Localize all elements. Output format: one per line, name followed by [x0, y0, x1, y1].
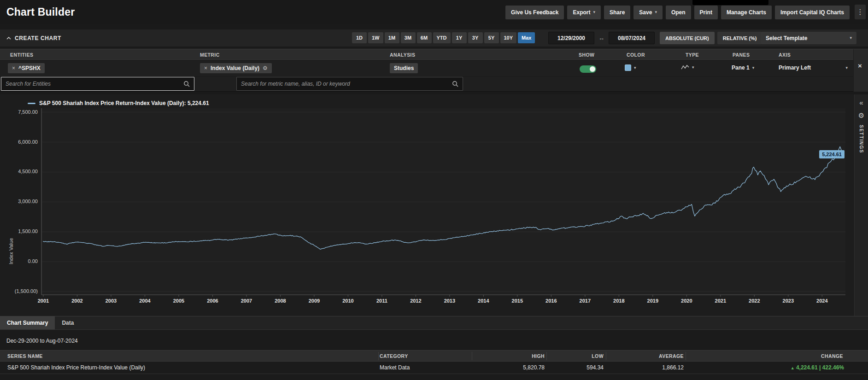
summary-date-range: Dec-29-2000 to Aug-07-2024	[6, 338, 78, 344]
header-actions: Give Us FeedbackExport▾ShareSave▾OpenPri…	[505, 6, 850, 19]
action-print[interactable]: Print	[694, 6, 718, 19]
range-ytd[interactable]: YTD	[433, 32, 451, 43]
x-tick-label: 2008	[269, 298, 292, 304]
settings-gear-icon[interactable]: ⚙	[858, 112, 864, 119]
x-tick-label: 2001	[32, 298, 55, 304]
show-toggle[interactable]	[580, 65, 596, 73]
column-header-metric: METRIC	[200, 52, 220, 58]
action-give-us-feedback[interactable]: Give Us Feedback	[505, 6, 564, 19]
x-tick-label: 2010	[336, 298, 359, 304]
series-color-control[interactable]: ▾	[625, 64, 636, 71]
absolute-mode-button[interactable]: ABSOLUTE (CUR)	[660, 32, 715, 44]
summary-col-low: LOW	[592, 353, 604, 359]
caret-down-icon: ▾	[655, 10, 657, 14]
caret-down-icon: ▾	[593, 10, 595, 14]
chevron-up-icon	[6, 37, 11, 40]
create-chart-bar: CREATE CHART 1D1W1M3M6MYTD1Y3Y5Y10YMax ↔…	[0, 29, 868, 47]
range-1d[interactable]: 1D	[352, 32, 367, 43]
column-header-color: COLOR	[627, 52, 645, 58]
metric-search-box	[236, 77, 463, 91]
axis-selector-label: Primary Left	[779, 64, 811, 71]
studies-button[interactable]: Studies	[390, 63, 418, 73]
range-10y[interactable]: 10Y	[500, 32, 517, 43]
cell-low: 594.34	[586, 364, 604, 371]
select-template-dropdown[interactable]: Select Template ▾	[761, 32, 856, 44]
range-6m[interactable]: 6M	[417, 32, 432, 43]
tab-data[interactable]: Data	[55, 316, 81, 329]
range-1y[interactable]: 1Y	[452, 32, 467, 43]
y-tick-label: (1,500.00)	[0, 288, 38, 294]
column-header-axis: AXIS	[779, 52, 791, 58]
studies-button-label: Studies	[394, 65, 414, 71]
entity-search-input[interactable]	[6, 81, 183, 87]
metric-chip[interactable]: × Index Value (Daily) ⚙	[200, 63, 272, 73]
summary-col-series-name: SERIES NAME	[7, 353, 43, 359]
create-chart-toggle[interactable]: CREATE CHART	[6, 35, 61, 41]
range-3y[interactable]: 3Y	[468, 32, 483, 43]
top-notification-remnant	[692, 0, 768, 5]
series-config-row: × ^SPSHX × Index Value (Daily) ⚙ Studies…	[0, 60, 853, 76]
action-manage-charts[interactable]: Manage Charts	[721, 6, 772, 19]
select-template-label: Select Template	[766, 35, 807, 41]
axis-selector[interactable]: Primary Left ▾	[779, 64, 848, 71]
entity-chip[interactable]: × ^SPSHX	[8, 63, 45, 73]
column-header-panes: PANES	[733, 52, 750, 58]
cell-change: ▲ 4,224.61 | 422.46%	[791, 364, 844, 371]
tab-chart-summary[interactable]: Chart Summary	[0, 316, 55, 329]
x-tick-label: 2003	[100, 298, 123, 304]
builder-column-headers: ENTITIESMETRICANALYSISSHOWCOLORTYPEPANES…	[0, 49, 868, 60]
series-color-swatch	[625, 64, 631, 71]
relative-mode-button[interactable]: RELATIVE (%)	[717, 32, 762, 44]
metric-search-input[interactable]	[241, 81, 452, 87]
series-type-control[interactable]: ▾	[681, 64, 694, 70]
action-save[interactable]: Save▾	[633, 6, 663, 19]
metric-settings-gear-icon[interactable]: ⚙	[263, 65, 268, 71]
range-5y[interactable]: 5Y	[484, 32, 499, 43]
action-share[interactable]: Share	[604, 6, 630, 19]
column-separator	[378, 352, 379, 360]
settings-rail-label: SETTINGS	[859, 125, 864, 153]
x-tick-label: 2023	[777, 298, 800, 304]
y-tick-label: 3,000.00	[0, 199, 38, 204]
cell-high: 5,820.78	[523, 364, 545, 371]
summary-table-header: SERIES NAMECATEGORYHIGHLOWAVERAGECHANGE	[0, 350, 868, 362]
value-mode-controls: ABSOLUTE (CUR) RELATIVE (%)	[660, 32, 762, 44]
remove-row-button[interactable]: ×	[858, 62, 862, 70]
row-actions-strip: ×	[853, 49, 868, 92]
line-type-icon	[681, 64, 689, 70]
action-import-capital-iq-charts[interactable]: Import Capital IQ Charts	[775, 6, 850, 19]
table-row: S&P 500 Shariah Index Price Return-Index…	[0, 362, 868, 374]
x-tick-label: 2018	[607, 298, 630, 304]
date-range-controls: ↔	[548, 32, 655, 44]
collapse-panel-icon[interactable]: «	[859, 99, 863, 106]
x-tick-label: 2019	[641, 298, 664, 304]
chart-area: S&P 500 Shariah Index Price Return-Index…	[0, 94, 868, 316]
chart-plot[interactable]	[0, 94, 868, 316]
search-icon	[452, 81, 458, 87]
range-3m[interactable]: 3M	[401, 32, 416, 43]
legend-line-swatch-icon	[28, 103, 35, 104]
summary-tabs: Chart Summary Data	[0, 316, 868, 330]
range-1m[interactable]: 1M	[385, 32, 399, 43]
caret-down-icon: ▾	[692, 65, 694, 70]
kebab-menu-button[interactable]: ⋮	[855, 5, 866, 19]
x-tick-label: 2006	[201, 298, 224, 304]
x-tick-label: 2020	[675, 298, 698, 304]
date-from-input[interactable]	[548, 32, 594, 44]
x-tick-label: 2015	[506, 298, 529, 304]
action-open[interactable]: Open	[666, 6, 691, 19]
remove-entity-icon[interactable]: ×	[12, 65, 15, 71]
entity-chip-label: ^SPSHX	[18, 65, 41, 71]
range-1w[interactable]: 1W	[368, 32, 383, 43]
pane-selector[interactable]: Pane 1 ▾	[732, 64, 754, 71]
action-export[interactable]: Export▾	[567, 6, 601, 19]
x-tick-label: 2022	[743, 298, 766, 304]
search-icon	[183, 81, 190, 87]
column-header-analysis: ANALYSIS	[390, 52, 415, 58]
y-tick-label: 1,500.00	[0, 228, 38, 234]
column-header-entities: ENTITIES	[10, 52, 33, 58]
date-to-input[interactable]	[609, 32, 655, 44]
remove-metric-icon[interactable]: ×	[204, 65, 207, 71]
x-tick-label: 2005	[167, 298, 190, 304]
range-max[interactable]: Max	[518, 32, 535, 43]
